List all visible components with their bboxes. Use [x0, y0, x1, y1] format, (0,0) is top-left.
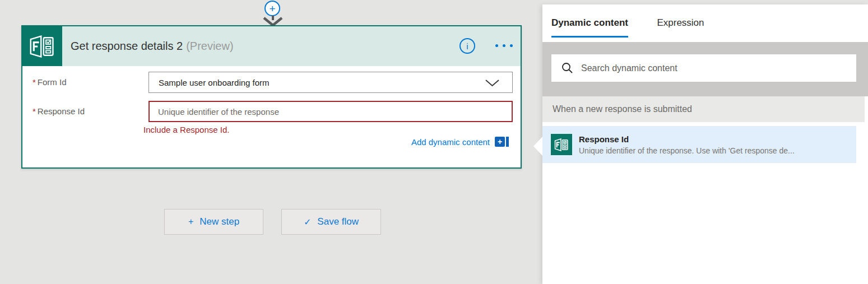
panel-tabs: Dynamic content Expression	[542, 4, 868, 42]
search-box[interactable]	[551, 54, 856, 82]
preview-badge: (Preview)	[186, 40, 233, 52]
dynamic-content-item-response-id[interactable]: Response Id Unique identifier of the res…	[542, 126, 856, 163]
microsoft-forms-icon	[551, 134, 572, 155]
form-id-dropdown[interactable]: Sample user onboarding form	[148, 72, 513, 93]
tab-expression[interactable]: Expression	[657, 17, 704, 36]
trigger-group-header: When a new response is submitted	[542, 96, 865, 122]
ellipsis-menu-icon[interactable]	[495, 44, 513, 47]
action-card-header[interactable]: Get response details 2(Preview) i	[22, 26, 521, 66]
add-dynamic-content-icon: +	[495, 137, 505, 147]
search-band	[542, 42, 868, 96]
new-step-button[interactable]: + New step	[164, 209, 263, 235]
form-id-value: Sample user onboarding form	[159, 78, 270, 87]
add-dynamic-content-button[interactable]: Add dynamic content +	[411, 137, 509, 147]
check-icon: ✓	[304, 217, 311, 227]
item-description: Unique identifier of the response. Use w…	[579, 146, 795, 155]
dynamic-content-item-text: Response Id Unique identifier of the res…	[579, 134, 795, 155]
form-id-label: *Form Id	[33, 77, 67, 87]
insert-step-button[interactable]: +	[264, 1, 280, 16]
chevron-down-icon	[485, 79, 500, 87]
item-title: Response Id	[579, 134, 795, 144]
tab-dynamic-content[interactable]: Dynamic content	[551, 17, 628, 38]
dynamic-content-panel: Dynamic content Expression When a new re…	[542, 4, 868, 284]
search-icon	[561, 62, 573, 74]
required-marker: *	[33, 77, 36, 87]
validation-error-text: Include a Response Id.	[143, 125, 229, 134]
action-title: Get response details 2(Preview)	[71, 40, 234, 53]
save-flow-button[interactable]: ✓ Save flow	[281, 209, 381, 235]
response-id-input[interactable]	[148, 101, 513, 122]
search-dynamic-content-input[interactable]	[573, 54, 856, 82]
add-dynamic-content-label: Add dynamic content	[411, 137, 490, 147]
required-marker: *	[33, 106, 36, 116]
add-dynamic-content-icon-bar	[506, 137, 509, 147]
action-card-get-response-details: Get response details 2(Preview) i *Form …	[21, 25, 522, 169]
microsoft-forms-icon	[22, 26, 62, 66]
response-id-label: *Response Id	[33, 106, 85, 116]
plus-icon: +	[188, 217, 193, 227]
info-icon[interactable]: i	[459, 38, 475, 54]
plus-icon: +	[269, 3, 275, 14]
panel-callout-beak	[533, 137, 542, 156]
